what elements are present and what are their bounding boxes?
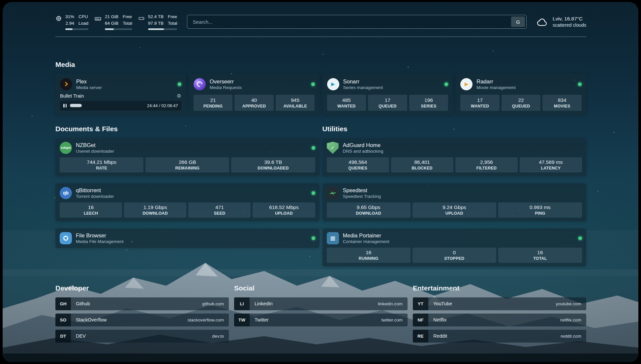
stat-series: 196 SERIES [409, 95, 448, 111]
stat-rate: 744.21 Mbps RATE [60, 157, 143, 172]
stat-upload: 9.24 Gbps UPLOAD [412, 202, 496, 218]
app-subtitle: Media Requests [210, 85, 242, 90]
stat-upload: 618.52 Mbps UPLOAD [253, 202, 315, 218]
stat-leech: 16 LEECH [60, 202, 122, 218]
bookmark-dev[interactable]: DT DEV dev.to [55, 330, 229, 343]
search-engine-button[interactable]: G [511, 16, 525, 27]
widget-settings-gear-icon[interactable]: ⚙ [177, 93, 181, 98]
app-card-radarr[interactable]: ▶ Radarr Movie management 17 WANTED [456, 74, 586, 115]
status-dot-online [178, 82, 181, 86]
bookmark-abbr: TW [234, 314, 250, 326]
bookmark-reddit[interactable]: RE Reddit reddit.com [413, 330, 586, 343]
cpu-icon [55, 15, 62, 22]
app-card-filebrowser[interactable]: File Browser Media File Management [55, 228, 320, 248]
stat-available: 945 AVAILABLE [276, 95, 315, 111]
disk-icon [138, 15, 145, 22]
app-name: AdGuard Home [343, 142, 383, 149]
app-name: NZBGet [76, 142, 114, 149]
stat-stopped: 0 STOPPED [412, 248, 496, 263]
stat-latency: 47.569 ms LATENCY [520, 157, 582, 172]
stat-remaining: 266 GB REMAINING [145, 157, 229, 172]
app-name: Overseerr [210, 78, 242, 85]
memory-usage-bar [105, 28, 132, 30]
bookmark-name: LinkedIn [255, 301, 273, 306]
cpu-usage-label: CPU [78, 14, 88, 20]
bookmark-abbr: NF [413, 314, 428, 326]
bookmark-abbr: DT [55, 330, 71, 343]
section-documents: Documents & Files nzbget NZBGet Usenet d… [55, 125, 320, 248]
app-subtitle: Movie management [476, 85, 516, 90]
app-card-qbittorrent[interactable]: qb qBittorrent Torrent downloader 16 LEE… [55, 183, 320, 221]
app-card-sonarr[interactable]: ▶ Sonarr Series management 485 WANTED [322, 74, 453, 115]
weather-condition: scattered clouds [553, 22, 586, 28]
cpu-usage-bar [65, 28, 88, 30]
nzbget-icon: nzbget [60, 142, 72, 154]
cloud-icon [536, 16, 548, 28]
bookmark-group-developer: Developer GH Github github.com SO StackO… [55, 284, 229, 343]
playback-progress-bar [70, 104, 144, 107]
app-subtitle: Usenet downloader [76, 149, 114, 154]
bookmark-youtube[interactable]: YT YouTube youtube.com [413, 297, 586, 310]
overseerr-icon [194, 78, 206, 90]
status-dot-online [312, 146, 315, 150]
status-dot-online [311, 82, 315, 86]
search-input[interactable] [187, 15, 510, 28]
status-dot-online [578, 236, 582, 240]
status-dot-online [578, 82, 582, 86]
stat-queued: 22 QUEUED [502, 95, 541, 111]
disk-total-label: Total [168, 20, 177, 26]
bookmark-stackoverflow[interactable]: SO StackOverflow stackoverflow.com [55, 314, 229, 326]
disk-free-label: Free [168, 14, 177, 20]
app-name: Sonarr [343, 78, 383, 85]
stat-download: 1.19 Gbps DOWNLOAD [124, 202, 186, 218]
section-title-documents: Documents & Files [55, 125, 320, 133]
app-name: File Browser [76, 232, 124, 239]
plex-player-bar: 24:44 / 02:06:47 [60, 101, 181, 110]
bookmark-linkedin[interactable]: LI LinkedIn linkedin.com [234, 297, 408, 310]
memory-total-label: Total [123, 20, 132, 26]
radarr-icon: ▶ [460, 78, 473, 90]
app-card-portainer[interactable]: ▦ Media Portainer Container management 1… [322, 228, 587, 266]
cpu-load-label: Load [78, 20, 88, 26]
bookmark-twitter[interactable]: TW Twitter twitter.com [234, 314, 408, 326]
plex-icon [60, 78, 72, 90]
disk-free-value: 52.4 TB [148, 14, 164, 20]
bookmark-url: stackoverflow.com [188, 318, 224, 322]
speedtest-icon [327, 187, 339, 199]
app-card-adguard[interactable]: ✓ AdGuard Home DNS and adblocking 498,56… [322, 138, 587, 176]
stat-movies: 834 MOVIES [542, 95, 582, 111]
disk-widget: 52.4 TB 97.9 TB Free Total [138, 14, 177, 30]
app-card-speedtest[interactable]: Speedtest Speedtest Tracking 9.65 Gbps D… [322, 183, 587, 221]
bookmark-github[interactable]: GH Github github.com [55, 297, 229, 310]
adguard-icon: ✓ [327, 142, 339, 154]
app-card-overseerr[interactable]: Overseerr Media Requests 21 PENDING 40 A… [189, 74, 320, 115]
app-subtitle: Speedtest Tracking [343, 194, 381, 199]
bookmark-url: twitter.com [381, 318, 403, 322]
cpu-widget: 31% 2.94 CPU Load [55, 14, 88, 30]
app-subtitle: Media File Management [76, 239, 124, 244]
cpu-load-value: 2.94 [66, 20, 74, 26]
app-card-plex[interactable]: Plex Media server Bullet Train ⚙ 24:44 /… [55, 74, 186, 115]
stat-queued: 17 QUEUED [368, 95, 407, 111]
bookmark-netflix[interactable]: NF Netflix netflix.com [413, 314, 586, 326]
disk-usage-bar [148, 28, 177, 30]
bookmark-url: youtube.com [556, 301, 581, 306]
dashboard-screen: 31% 2.94 CPU Load [3, 2, 638, 362]
bookmark-abbr: SO [55, 314, 71, 326]
app-subtitle: DNS and adblocking [343, 149, 383, 154]
app-name: Media Portainer [343, 232, 389, 239]
memory-widget: 21 GiB 64 GiB Free Total [94, 14, 132, 30]
bookmark-url: github.com [202, 301, 224, 306]
stat-wanted: 17 WANTED [460, 95, 500, 111]
pause-icon[interactable] [63, 104, 67, 107]
section-utilities: Utilities ✓ AdGuard Home DNS and adblock… [322, 125, 587, 266]
bookmark-abbr: GH [55, 297, 71, 310]
app-name: Radarr [476, 78, 516, 85]
app-card-nzbget[interactable]: nzbget NZBGet Usenet downloader 744.21 M… [55, 138, 320, 176]
bookmark-url: dev.to [212, 334, 224, 339]
now-playing-title: Bullet Train [60, 93, 84, 99]
filebrowser-icon [60, 232, 72, 244]
stat-filtered: 2,956 FILTERED [455, 157, 518, 172]
top-bar: 31% 2.94 CPU Load [55, 14, 586, 30]
weather-widget: Lviv, 16.87°C scattered clouds [536, 15, 586, 28]
